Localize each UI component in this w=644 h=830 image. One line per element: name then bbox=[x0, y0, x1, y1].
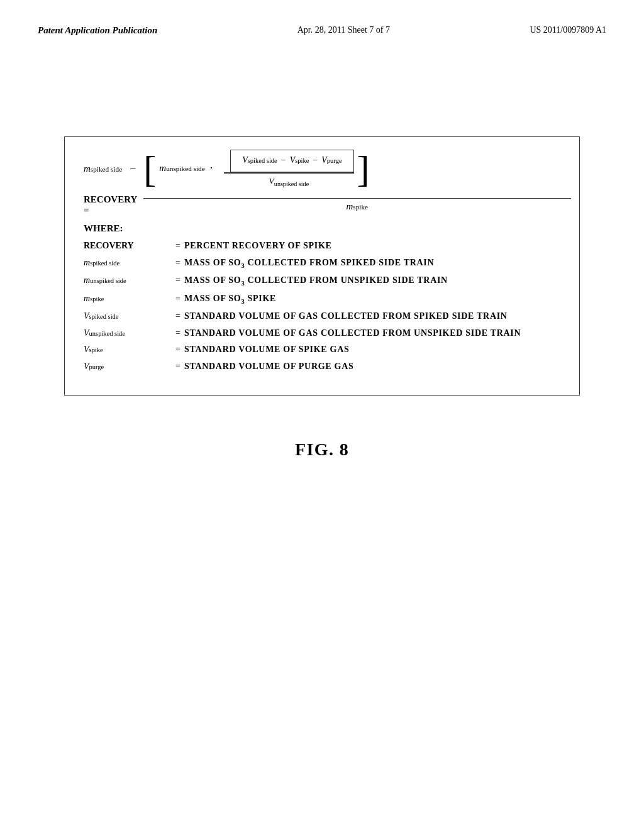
recovery-equation-row: RECOVERY = mspike bbox=[84, 194, 560, 216]
def-m-unspiked-equals: = bbox=[175, 274, 180, 287]
figure-label: FIG. 8 bbox=[295, 440, 349, 460]
v-purge-sub: purge bbox=[327, 157, 342, 164]
v-spiked-side-sub: spiked side bbox=[248, 157, 277, 164]
big-bracket-left: [ bbox=[143, 150, 156, 188]
multiplication-dot: · bbox=[210, 162, 213, 175]
def-m-unspiked-term: munspiked side bbox=[84, 274, 172, 287]
formula-box: mspiked side − [ munspiked side · bbox=[64, 136, 580, 396]
publication-number: US 2011/0097809 A1 bbox=[530, 25, 606, 35]
m-unspiked-sub: unspiked side bbox=[166, 165, 205, 172]
def-m-unspiked: munspiked side = MASS OF SO3 COLLECTED F… bbox=[84, 274, 560, 289]
main-fraction-line bbox=[143, 198, 571, 199]
main-content: mspiked side − [ munspiked side · bbox=[38, 136, 606, 460]
recovery-eq-label: RECOVERY = bbox=[84, 194, 137, 216]
v-purge-var: V bbox=[321, 155, 327, 165]
def-m-spiked-equals: = bbox=[175, 256, 180, 270]
def-v-unspiked: V unspiked side = STANDARD VOLUME OF GAS… bbox=[84, 326, 560, 340]
def-recovery-equals: = bbox=[175, 239, 180, 253]
def-v-spiked: V spiked side = STANDARD VOLUME OF GAS C… bbox=[84, 309, 560, 323]
v-spike-var: V bbox=[290, 155, 296, 165]
v-spiked-side-var: V bbox=[242, 155, 248, 165]
v-unspiked-side-var: V bbox=[269, 176, 274, 185]
def-v-purge-term: V purge bbox=[84, 360, 172, 374]
def-recovery: RECOVERY = PERCENT RECOVERY OF SPIKE bbox=[84, 239, 560, 253]
def-m-unspiked-desc: MASS OF SO3 COLLECTED FROM UNSPIKED SIDE… bbox=[184, 274, 448, 289]
def-v-spiked-desc: STANDARD VOLUME OF GAS COLLECTED FROM SP… bbox=[184, 309, 508, 323]
def-v-spike-equals: = bbox=[175, 343, 180, 357]
m-spike-denom-sub: spike bbox=[353, 203, 368, 211]
minus-v-spike: − bbox=[281, 155, 286, 165]
def-v-unspiked-equals: = bbox=[175, 326, 180, 340]
m-spiked-side: mspiked side bbox=[84, 163, 122, 174]
v-unspiked-side-sub: unspiked side bbox=[274, 180, 309, 187]
def-recovery-desc: PERCENT RECOVERY OF SPIKE bbox=[184, 239, 332, 253]
definitions-list: RECOVERY = PERCENT RECOVERY OF SPIKE msp… bbox=[84, 239, 560, 374]
def-m-spike: mspike = MASS OF SO3 SPIKE bbox=[84, 292, 560, 307]
def-m-spiked-desc: MASS OF SO3 COLLECTED FROM SPIKED SIDE T… bbox=[184, 256, 434, 272]
def-m-spike-term: mspike bbox=[84, 292, 172, 306]
minus-v-purge: − bbox=[313, 155, 318, 165]
bracket-content: munspiked side · Vspiked side − Vspike − bbox=[159, 150, 353, 188]
bracket-top-row: munspiked side · Vspiked side − Vspike − bbox=[159, 150, 353, 187]
def-m-spiked-term: mspiked side bbox=[84, 256, 172, 270]
def-v-purge-desc: STANDARD VOLUME OF PURGE GAS bbox=[184, 360, 354, 374]
def-v-spiked-term: V spiked side bbox=[84, 309, 172, 323]
v-spike-sub: spike bbox=[295, 157, 309, 164]
m-spiked-var: m bbox=[84, 163, 91, 174]
where-label: WHERE: bbox=[84, 223, 560, 234]
m-unspiked-side: munspiked side bbox=[159, 163, 204, 174]
def-v-purge-equals: = bbox=[175, 360, 180, 374]
inner-fraction-numerator-box: Vspiked side − Vspike − Vpurge bbox=[230, 150, 353, 172]
inner-fraction: Vspiked side − Vspike − Vpurge Vunspiked… bbox=[224, 150, 353, 187]
main-fraction-denominator: mspike bbox=[346, 201, 368, 212]
def-v-unspiked-term: V unspiked side bbox=[84, 326, 172, 340]
big-bracket-right: ] bbox=[357, 150, 370, 188]
def-m-spike-desc: MASS OF SO3 SPIKE bbox=[184, 292, 276, 307]
def-m-spike-equals: = bbox=[175, 292, 180, 306]
def-v-purge: V purge = STANDARD VOLUME OF PURGE GAS bbox=[84, 360, 560, 374]
formula-numerator-row: mspiked side − [ munspiked side · bbox=[84, 150, 560, 191]
def-v-unspiked-desc: STANDARD VOLUME OF GAS COLLECTED FROM UN… bbox=[184, 326, 521, 340]
publication-date-sheet: Apr. 28, 2011 Sheet 7 of 7 bbox=[297, 25, 390, 35]
def-v-spike-desc: STANDARD VOLUME OF SPIKE GAS bbox=[184, 343, 350, 357]
publication-title: Patent Application Publication bbox=[38, 25, 157, 36]
page-header: Patent Application Publication Apr. 28, … bbox=[38, 25, 606, 36]
def-v-spiked-equals: = bbox=[175, 309, 180, 323]
page: Patent Application Publication Apr. 28, … bbox=[0, 0, 644, 830]
m-spike-denom-var: m bbox=[346, 201, 353, 212]
def-m-spiked: mspiked side = MASS OF SO3 COLLECTED FRO… bbox=[84, 256, 560, 272]
def-v-spike-term: V spike bbox=[84, 343, 172, 357]
minus-sign-1: − bbox=[130, 162, 136, 175]
inner-fraction-denominator: Vunspiked side bbox=[269, 174, 309, 187]
main-fraction: mspike bbox=[143, 198, 571, 213]
def-recovery-term: RECOVERY bbox=[84, 239, 172, 253]
m-spiked-sub: spiked side bbox=[91, 165, 122, 173]
def-v-spike: V spike = STANDARD VOLUME OF SPIKE GAS bbox=[84, 343, 560, 357]
m-unspiked-var: m bbox=[159, 163, 166, 174]
